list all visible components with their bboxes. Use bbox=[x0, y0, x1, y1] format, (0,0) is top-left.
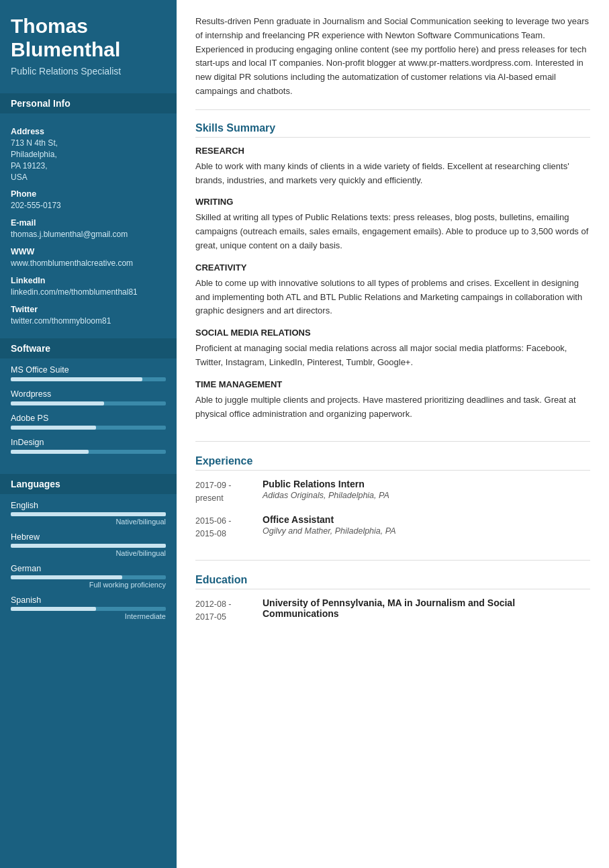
education-section-title: Education bbox=[195, 574, 590, 589]
edu-1-details: University of Pennsylvania, MA in Journa… bbox=[263, 597, 590, 624]
languages-content: English Native/bilingual Hebrew Native/b… bbox=[0, 494, 177, 634]
skill-research-desc: Able to work with many kinds of clients … bbox=[195, 160, 590, 188]
edu-1-date: 2012-08 -2017-05 bbox=[195, 597, 263, 624]
experience-section: Experience 2017-09 -present Public Relat… bbox=[195, 455, 590, 561]
linkedin-value: linkedin.com/me/thomblumenthal81 bbox=[11, 287, 166, 298]
exp-2-company: Ogilvy and Mather, Philadelphia, PA bbox=[263, 526, 590, 536]
personal-info-header: Personal Info bbox=[0, 93, 177, 113]
address-label: Address bbox=[11, 127, 166, 136]
phone-value: 202-555-0173 bbox=[11, 200, 166, 211]
ms-office-bar-bg bbox=[11, 377, 166, 381]
linkedin-block: LinkedIn linkedin.com/me/thomblumenthal8… bbox=[11, 276, 166, 298]
phone-label: Phone bbox=[11, 189, 166, 199]
candidate-name: Thomas Blumenthal bbox=[11, 15, 166, 61]
software-adobe-ps: Adobe PS bbox=[11, 414, 166, 430]
lang-german: German Full working proficiency bbox=[11, 564, 166, 589]
sidebar: Thomas Blumenthal Public Relations Speci… bbox=[0, 0, 177, 868]
skill-writing-name: WRITING bbox=[195, 197, 590, 207]
exp-1-details: Public Relations Intern Adidas Originals… bbox=[263, 479, 590, 505]
hebrew-label: Hebrew bbox=[11, 532, 166, 542]
english-bar-bg bbox=[11, 512, 166, 516]
adobe-ps-bar-bg bbox=[11, 426, 166, 430]
skill-time-management: TIME MANAGEMENT Able to juggle multiple … bbox=[195, 379, 590, 422]
spanish-label: Spanish bbox=[11, 595, 166, 605]
skills-section: Skills Summary RESEARCH Able to work wit… bbox=[195, 122, 590, 442]
software-header: Software bbox=[0, 338, 177, 358]
lang-spanish: Spanish Intermediate bbox=[11, 595, 166, 620]
exp-1-date: 2017-09 -present bbox=[195, 479, 263, 505]
hebrew-bar-fill bbox=[11, 544, 166, 548]
twitter-label: Twitter bbox=[11, 305, 166, 314]
email-value: thomas.j.blumenthal@gmail.com bbox=[11, 229, 166, 240]
phone-block: Phone 202-555-0173 bbox=[11, 189, 166, 211]
skill-writing-desc: Skilled at writing all types of Public R… bbox=[195, 211, 590, 252]
skills-section-title: Skills Summary bbox=[195, 122, 590, 138]
wordpress-bar-bg bbox=[11, 401, 166, 405]
lang-english: English Native/bilingual bbox=[11, 501, 166, 526]
exp-2-details: Office Assistant Ogilvy and Mather, Phil… bbox=[263, 514, 590, 540]
summary-text: Results-driven Penn graduate in Journali… bbox=[195, 15, 590, 110]
hebrew-level: Native/bilingual bbox=[11, 549, 166, 557]
german-level: Full working proficiency bbox=[11, 581, 166, 589]
skill-research-name: RESEARCH bbox=[195, 146, 590, 156]
skill-social-media-desc: Proficient at managing social media rela… bbox=[195, 342, 590, 370]
education-section: Education 2012-08 -2017-05 University of… bbox=[195, 574, 590, 644]
linkedin-label: LinkedIn bbox=[11, 276, 166, 285]
spanish-bar-bg bbox=[11, 607, 166, 611]
indesign-bar-fill bbox=[11, 450, 89, 454]
german-label: German bbox=[11, 564, 166, 573]
ms-office-bar-fill bbox=[11, 377, 142, 381]
skill-creativity-desc: Able to come up with innovative solution… bbox=[195, 277, 590, 318]
email-block: E-mail thomas.j.blumenthal@gmail.com bbox=[11, 218, 166, 240]
software-ms-office: MS Office Suite bbox=[11, 365, 166, 381]
edu-1-role: University of Pennsylvania, MA in Journa… bbox=[263, 597, 590, 619]
spanish-bar-fill bbox=[11, 607, 96, 611]
exp-2-role: Office Assistant bbox=[263, 514, 590, 525]
exp-item-1: 2017-09 -present Public Relations Intern… bbox=[195, 479, 590, 505]
twitter-block: Twitter twitter.com/thommybloom81 bbox=[11, 305, 166, 327]
indesign-label: InDesign bbox=[11, 438, 166, 447]
www-value: www.thomblumenthalcreative.com bbox=[11, 258, 166, 269]
german-bar-bg bbox=[11, 575, 166, 579]
wordpress-label: Wordpress bbox=[11, 389, 166, 399]
www-block: WWW www.thomblumenthalcreative.com bbox=[11, 247, 166, 269]
wordpress-bar-fill bbox=[11, 401, 104, 405]
skill-research: RESEARCH Able to work with many kinds of… bbox=[195, 146, 590, 188]
www-label: WWW bbox=[11, 247, 166, 256]
email-label: E-mail bbox=[11, 218, 166, 228]
hebrew-bar-bg bbox=[11, 544, 166, 548]
english-level: Native/bilingual bbox=[11, 518, 166, 526]
main-content: Results-driven Penn graduate in Journali… bbox=[177, 0, 609, 868]
software-content: MS Office Suite Wordpress Adobe PS InDes… bbox=[0, 358, 177, 469]
address-block: Address 713 N 4th St,Philadelphia,PA 191… bbox=[11, 127, 166, 183]
experience-section-title: Experience bbox=[195, 455, 590, 471]
skill-time-management-desc: Able to juggle multiple clients and proj… bbox=[195, 393, 590, 422]
sidebar-header: Thomas Blumenthal Public Relations Speci… bbox=[0, 0, 177, 88]
lang-hebrew: Hebrew Native/bilingual bbox=[11, 532, 166, 557]
german-bar-fill bbox=[11, 575, 122, 579]
software-wordpress: Wordpress bbox=[11, 389, 166, 405]
skill-creativity: CREATIVITY Able to come up with innovati… bbox=[195, 262, 590, 318]
exp-1-role: Public Relations Intern bbox=[263, 479, 590, 489]
spanish-level: Intermediate bbox=[11, 612, 166, 620]
exp-item-2: 2015-06 -2015-08 Office Assistant Ogilvy… bbox=[195, 514, 590, 540]
ms-office-label: MS Office Suite bbox=[11, 365, 166, 375]
twitter-value: twitter.com/thommybloom81 bbox=[11, 316, 166, 327]
software-indesign: InDesign bbox=[11, 438, 166, 454]
edu-item-1: 2012-08 -2017-05 University of Pennsylva… bbox=[195, 597, 590, 624]
skill-creativity-name: CREATIVITY bbox=[195, 262, 590, 273]
personal-info-content: Address 713 N 4th St,Philadelphia,PA 191… bbox=[0, 113, 177, 333]
skill-writing: WRITING Skilled at writing all types of … bbox=[195, 197, 590, 252]
indesign-bar-bg bbox=[11, 450, 166, 454]
english-bar-fill bbox=[11, 512, 166, 516]
address-value: 713 N 4th St,Philadelphia,PA 19123,USA bbox=[11, 138, 166, 183]
adobe-ps-bar-fill bbox=[11, 426, 96, 430]
skill-social-media-name: SOCIAL MEDIA RELATIONS bbox=[195, 328, 590, 338]
adobe-ps-label: Adobe PS bbox=[11, 414, 166, 423]
exp-2-date: 2015-06 -2015-08 bbox=[195, 514, 263, 540]
candidate-title: Public Relations Specialist bbox=[11, 65, 166, 77]
skill-time-management-name: TIME MANAGEMENT bbox=[195, 379, 590, 389]
exp-1-company: Adidas Originals, Philadelphia, PA bbox=[263, 491, 590, 500]
languages-header: Languages bbox=[0, 474, 177, 494]
english-label: English bbox=[11, 501, 166, 510]
